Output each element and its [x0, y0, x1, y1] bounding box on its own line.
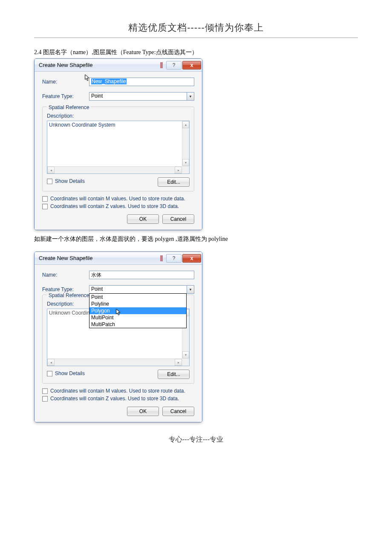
cancel-button[interactable]: Cancel	[162, 214, 194, 224]
checkbox-icon[interactable]	[42, 196, 48, 202]
section-2-4-text: 2.4 图层名字（name）,图层属性（Feature Type:点线面选其一）	[34, 49, 358, 56]
feature-type-dropdown[interactable]: Point Polyline Polygon MultiPoint MultiP…	[89, 293, 187, 328]
feature-type-select[interactable]: Point ▼	[89, 92, 194, 101]
scroll-right-icon[interactable]: ▸	[175, 167, 182, 173]
feature-type-label: Feature Type:	[42, 93, 89, 99]
dropdown-option-multipoint[interactable]: MultiPoint	[89, 314, 186, 321]
dialog-icon	[160, 62, 163, 68]
z-values-checkbox[interactable]: Coordinates will contain Z values. Used …	[42, 203, 194, 209]
create-shapefile-dialog-1: Create New Shapefile ? x Name: New_Shape…	[34, 58, 202, 230]
dropdown-option-multipatch[interactable]: MultiPatch	[89, 321, 186, 328]
scroll-corner	[182, 358, 189, 366]
checkbox-icon[interactable]	[47, 179, 52, 184]
show-details-label: Show Details	[55, 178, 85, 184]
scroll-left-icon[interactable]: ◂	[47, 167, 55, 173]
feature-type-label: Feature Type:	[42, 286, 89, 292]
dropdown-option-polyline[interactable]: Polyline	[89, 301, 186, 307]
spatial-reference-group: Spatial Reference Description: Unknown C…	[42, 107, 194, 191]
ok-button[interactable]: OK	[127, 214, 159, 224]
horizontal-scrollbar[interactable]: ◂ ▸	[47, 358, 182, 366]
create-shapefile-dialog-2: Create New Shapefile ? x Name: 水体 Featur…	[34, 251, 202, 422]
spatial-reference-label: Spatial Reference	[47, 104, 91, 110]
vertical-scrollbar[interactable]: ▴ ▾	[182, 121, 189, 166]
ok-button[interactable]: OK	[127, 407, 159, 416]
m-values-label: Coordinates will contain M values. Used …	[50, 388, 185, 394]
scroll-left-icon[interactable]: ◂	[47, 359, 55, 366]
scroll-down-icon[interactable]: ▾	[182, 351, 189, 358]
chevron-down-icon[interactable]: ▼	[187, 92, 194, 101]
m-values-checkbox[interactable]: Coordinates will contain M values. Used …	[42, 196, 194, 202]
body-text: 如新建一个水体的图层，水体是面状的，要选 polygen ,道路属性为 poly…	[34, 235, 358, 243]
dialog-icon	[160, 255, 163, 261]
z-values-label: Coordinates will contain Z values. Used …	[50, 396, 179, 402]
close-button[interactable]: x	[182, 254, 201, 263]
m-values-checkbox[interactable]: Coordinates will contain M values. Used …	[42, 388, 194, 394]
dropdown-option-point[interactable]: Point	[89, 294, 186, 301]
scroll-right-icon[interactable]: ▸	[175, 359, 182, 366]
edit-button[interactable]: Edit...	[158, 177, 190, 187]
z-values-label: Coordinates will contain Z values. Used …	[50, 203, 179, 209]
scroll-up-icon[interactable]: ▴	[182, 121, 189, 128]
checkbox-icon[interactable]	[47, 371, 52, 376]
horizontal-scrollbar[interactable]: ◂ ▸	[47, 166, 182, 173]
edit-button[interactable]: Edit...	[158, 370, 190, 379]
name-input[interactable]: New_Shapefile	[89, 78, 194, 86]
m-values-label: Coordinates will contain M values. Used …	[50, 196, 185, 202]
checkbox-icon[interactable]	[42, 204, 48, 209]
description-label: Description:	[47, 113, 190, 119]
show-details-checkbox[interactable]: Show Details	[47, 370, 85, 376]
scroll-corner	[182, 166, 189, 173]
dialog-title: Create New Shapefile	[39, 62, 160, 68]
feature-type-select[interactable]: Point ▼ Point Polyline Polygon MultiPoin…	[89, 285, 194, 294]
dropdown-option-polygon[interactable]: Polygon	[89, 307, 186, 314]
show-details-checkbox[interactable]: Show Details	[47, 178, 85, 184]
page-footer: 专心---专注---专业	[34, 435, 358, 444]
description-textarea[interactable]: Unknown Coordinate System ▴ ▾ ◂ ▸	[47, 121, 190, 174]
show-details-label: Show Details	[55, 370, 85, 376]
chevron-down-icon[interactable]: ▼	[187, 285, 194, 294]
name-label: Name:	[42, 79, 89, 85]
dialog-title: Create New Shapefile	[39, 255, 160, 261]
close-button[interactable]: x	[182, 61, 201, 69]
checkbox-icon[interactable]	[42, 388, 48, 394]
name-label: Name:	[42, 272, 89, 278]
titlebar[interactable]: Create New Shapefile ? x	[35, 252, 202, 265]
help-button[interactable]: ?	[166, 254, 182, 263]
scroll-down-icon[interactable]: ▾	[182, 159, 189, 166]
cancel-button[interactable]: Cancel	[162, 407, 194, 416]
name-input[interactable]: 水体	[89, 271, 194, 279]
page-header: 精选优质文档-----倾情为你奉上	[34, 21, 358, 38]
checkbox-icon[interactable]	[42, 396, 48, 402]
help-button[interactable]: ?	[166, 61, 182, 69]
z-values-checkbox[interactable]: Coordinates will contain Z values. Used …	[42, 396, 194, 402]
spatial-reference-label: Spatial Reference	[47, 292, 91, 298]
titlebar[interactable]: Create New Shapefile ? x	[35, 59, 202, 72]
